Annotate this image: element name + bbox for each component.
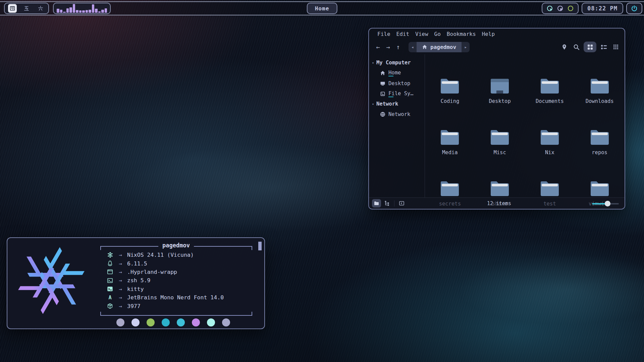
file-manager-statusbar: 12 items [369,197,625,209]
sidebar-item-filesy[interactable]: File Sy… [369,88,425,99]
folder-item-downloads[interactable]: Downloads [575,56,625,108]
sidebar-item-home[interactable]: Home [369,68,425,78]
sidebar-section-label: My Computer [376,60,411,66]
folder-icon [489,128,511,146]
power-icon [631,5,638,12]
active-window-indicator[interactable]: Home [307,3,337,14]
status-ring-quarter-icon [557,5,564,12]
fetch-hostname: pagedmov [158,242,194,249]
icon-view-button[interactable] [584,42,596,52]
path-scroll-right-icon[interactable]: ▸ [462,45,470,50]
mini-folder-icon [374,201,379,205]
visualizer-bar [73,4,75,13]
path-segment-home[interactable]: pagedmov [417,42,462,52]
hanzi-four-icon [9,5,15,11]
power-button[interactable] [626,3,642,14]
folder-item-nix[interactable]: Nix [525,108,575,159]
statusbar-separator [394,200,394,206]
folder-icon [439,77,461,95]
arrow-icon: → [114,277,127,284]
folder-item-media[interactable]: Media [425,108,475,159]
folder-icon [439,128,461,146]
sidebar-item-desktop[interactable]: Desktop [369,78,425,88]
file-manager-toolbar: ← → ↑ ◂ pagedmov ▸ [369,40,625,54]
location-pin-button[interactable] [559,42,569,52]
workspace-switcher [4,3,49,14]
top-bar: Home 08:22 PM [0,1,644,15]
folder-item-desktop[interactable]: Desktop [475,56,525,108]
folder-grid: Coding Desktop Documents Downloads Media… [425,54,625,197]
compact-view-button[interactable] [611,42,621,52]
back-button[interactable]: ← [373,42,383,52]
folder-name: Coding [440,98,459,104]
places-sidebar: ▾My ComputerHomeDesktopFile Sy…▾NetworkN… [369,54,425,197]
palette-dot [222,318,230,326]
forward-button[interactable]: → [383,42,393,52]
panel-toggle-icon [399,201,404,205]
display-icon [380,81,385,86]
sidebar-item-label: File Sy… [388,90,414,97]
icon-zoom-slider[interactable] [592,201,619,206]
chevron-down-icon: ▾ [372,61,374,65]
folder-name: Desktop [489,98,511,104]
tree-pane-button[interactable] [382,199,391,207]
fastfetch-terminal: pagedmov →NixOS 24.11 (Vicuna)→6.11.5→.H… [7,237,265,329]
search-button[interactable] [572,42,581,52]
visualizer-bar [95,9,98,13]
fetch-value: .Hyprland-wrapp [127,269,177,275]
folder-name: Downloads [586,98,614,104]
menu-edit[interactable]: Edit [393,31,413,37]
drive-icon [380,91,385,97]
font-icon: A [106,295,114,301]
chevron-down-icon: ▾ [372,102,374,106]
palette-dot [147,318,155,326]
menu-bookmarks[interactable]: Bookmarks [444,31,479,37]
clock-text: 08:22 PM [587,5,618,12]
sidebar-item-label: Desktop [388,80,410,86]
workspace-button-五[interactable] [22,4,31,13]
folder-item-documents[interactable]: Documents [525,56,575,108]
path-scroll-left-icon[interactable]: ◂ [409,45,417,50]
workspace-button-六[interactable] [36,4,45,13]
visualizer-bar [92,4,95,13]
menu-help[interactable]: Help [479,31,498,37]
arrow-icon: → [114,294,127,301]
menu-go[interactable]: Go [431,31,444,37]
folder-item-repos[interactable]: repos [575,108,625,159]
folder-item-coding[interactable]: Coding [425,56,475,108]
package-icon [106,303,114,309]
folder-icon [589,180,610,198]
sidebar-item-network[interactable]: Network [369,109,425,119]
clock-widget: 08:22 PM [582,3,623,14]
fetch-row-3: →zsh 5.9 [106,276,224,285]
hide-panel-button[interactable] [397,199,406,207]
terminal-color-palette [116,318,230,326]
status-ring-wedge-icon [546,5,553,12]
up-button[interactable]: ↑ [393,42,403,52]
arrow-icon: → [114,252,127,258]
visualizer-bar [98,11,101,13]
visualizer-bar [57,9,59,13]
nix-snowflake-icon [106,252,114,258]
terminal-cursor [258,242,262,250]
menu-view[interactable]: View [412,31,431,37]
workspace-button-四[interactable] [8,4,17,13]
home-icon [380,70,385,76]
visualizer-bar [60,10,63,13]
sidebar-section-network[interactable]: ▾Network [369,99,425,109]
palette-dot [162,318,170,326]
globe-icon [380,112,385,117]
folder-item-misc[interactable]: Misc [475,108,525,159]
visualizer-bar [63,12,66,13]
menu-file[interactable]: File [374,31,393,37]
status-ring-empty-icon [567,5,574,12]
fetch-row-6: →3977 [106,302,224,310]
active-window-label: Home [315,5,329,12]
sidebar-section-my-computer[interactable]: ▾My Computer [369,58,425,68]
folder-icon [589,77,610,95]
places-pane-button[interactable] [372,199,381,207]
list-view-button[interactable] [599,42,608,52]
fetch-info-rows: →NixOS 24.11 (Vicuna)→6.11.5→.Hyprland-w… [106,251,224,310]
slider-thumb[interactable] [605,201,610,206]
visualizer-bar [76,10,78,13]
